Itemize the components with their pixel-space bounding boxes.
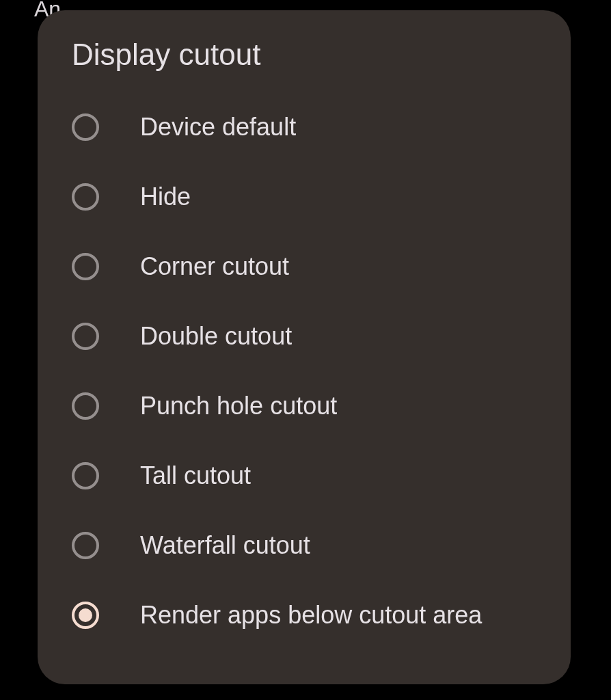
option-tall-cutout[interactable]: Tall cutout xyxy=(38,441,571,511)
radio-icon xyxy=(72,462,99,489)
radio-icon xyxy=(72,602,99,629)
option-hide[interactable]: Hide xyxy=(38,162,571,232)
option-label: Tall cutout xyxy=(140,461,251,490)
option-punch-hole-cutout[interactable]: Punch hole cutout xyxy=(38,371,571,441)
radio-icon xyxy=(72,323,99,350)
option-corner-cutout[interactable]: Corner cutout xyxy=(38,232,571,301)
option-label: Render apps below cutout area xyxy=(140,601,482,630)
option-device-default[interactable]: Device default xyxy=(38,92,571,162)
radio-icon xyxy=(72,183,99,211)
option-double-cutout[interactable]: Double cutout xyxy=(38,301,571,371)
option-label: Double cutout xyxy=(140,322,292,351)
option-label: Waterfall cutout xyxy=(140,531,310,560)
option-waterfall-cutout[interactable]: Waterfall cutout xyxy=(38,511,571,580)
option-label: Device default xyxy=(140,113,296,142)
radio-icon xyxy=(72,253,99,280)
option-label: Corner cutout xyxy=(140,252,289,281)
radio-icon xyxy=(72,113,99,141)
option-label: Punch hole cutout xyxy=(140,392,337,420)
radio-icon xyxy=(72,392,99,420)
display-cutout-dialog: Display cutout Device default Hide Corne… xyxy=(38,10,571,684)
dialog-title: Display cutout xyxy=(38,38,571,92)
option-render-below-cutout[interactable]: Render apps below cutout area xyxy=(38,580,571,650)
option-label: Hide xyxy=(140,183,191,211)
radio-icon xyxy=(72,532,99,559)
